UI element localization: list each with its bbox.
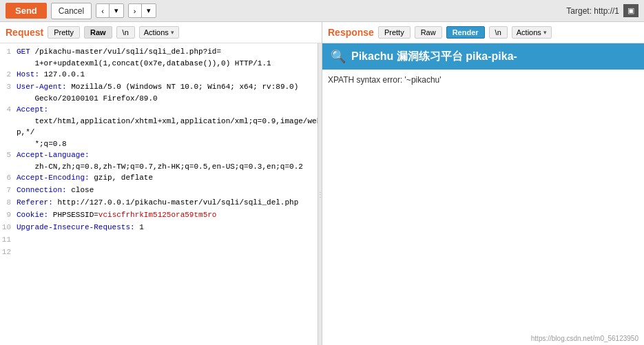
- nav-fwd-dropdown-button[interactable]: ▾: [142, 4, 156, 17]
- code-line-4: 4 Accept: text/html,application/xhtml+xm…: [0, 104, 322, 149]
- request-title: Request: [6, 27, 43, 38]
- tab-request-pretty[interactable]: Pretty: [48, 26, 80, 39]
- code-line-12: 12: [0, 247, 322, 259]
- nav-back-dropdown-button[interactable]: ▾: [110, 4, 123, 17]
- request-actions-dropdown[interactable]: Actions ▾: [139, 26, 179, 39]
- render-footer-link: https://blog.csdn.net/m0_56123950: [531, 335, 638, 342]
- panels: Request Pretty Raw \n Actions ▾ 1 GET /p…: [0, 22, 644, 345]
- render-body: XPATH syntax error: '~pikachu': [322, 70, 644, 90]
- search-icon: 🔍: [331, 49, 346, 64]
- code-line-2: 2 Host: 127.0.0.1: [0, 69, 322, 81]
- response-panel-body: 🔍 Pikachu 漏洞练习平台 pika-pika- XPATH syntax…: [322, 43, 644, 345]
- tab-response-raw[interactable]: Raw: [415, 26, 442, 39]
- response-actions-dropdown[interactable]: Actions ▾: [512, 26, 552, 39]
- code-line-3: 3 User-Agent: Mozilla/5.0 (Windows NT 10…: [0, 81, 322, 104]
- code-line-8: 8 Referer: http://127.0.0.1/pikachu-mast…: [0, 197, 322, 209]
- resizer-icon: ⋮: [317, 191, 322, 198]
- request-panel-header: Request Pretty Raw \n Actions ▾: [0, 22, 322, 43]
- response-panel: Response Pretty Raw Render \n Actions ▾ …: [322, 22, 644, 345]
- layout-button[interactable]: ▣: [623, 4, 638, 17]
- panel-resizer[interactable]: ⋮: [318, 43, 322, 345]
- nav-back-button[interactable]: ‹: [96, 4, 110, 17]
- request-code: 1 GET /pikachu-master/vul/sqli/sqli_del.…: [0, 43, 322, 262]
- code-line-11: 11: [0, 234, 322, 247]
- request-actions-label: Actions: [144, 28, 169, 36]
- send-button[interactable]: Send: [6, 3, 47, 19]
- response-panel-header: Response Pretty Raw Render \n Actions ▾: [322, 22, 644, 43]
- tab-request-newline[interactable]: \n: [116, 26, 135, 39]
- tab-response-newline[interactable]: \n: [489, 26, 508, 39]
- render-body-text: XPATH syntax error: '~pikachu': [328, 75, 442, 85]
- nav-fwd-group: › ▾: [128, 3, 156, 18]
- code-line-1: 1 GET /pikachu-master/vul/sqli/sqli_del.…: [0, 46, 322, 69]
- code-line-6: 6 Accept-Encoding: gzip, deflate: [0, 172, 322, 185]
- render-footer: https://blog.csdn.net/m0_56123950: [531, 335, 638, 342]
- code-line-5: 5 Accept-Language: zh-CN,zh;q=0.8,zh-TW;…: [0, 149, 322, 172]
- response-title: Response: [328, 27, 374, 38]
- response-actions-label: Actions: [517, 28, 541, 36]
- code-line-7: 7 Connection: close: [0, 185, 322, 197]
- code-line-9: 9 Cookie: PHPSESSID=vciscfrhrkIm5125ora5…: [0, 209, 322, 222]
- toolbar: Send Cancel ‹ ▾ › ▾ Target: http://1 ▣: [0, 0, 644, 22]
- cancel-button[interactable]: Cancel: [51, 3, 92, 19]
- target-label: Target: http://1: [566, 6, 619, 16]
- render-banner: 🔍 Pikachu 漏洞练习平台 pika-pika-: [322, 43, 644, 70]
- tab-response-pretty[interactable]: Pretty: [378, 26, 411, 39]
- request-panel-body: 1 GET /pikachu-master/vul/sqli/sqli_del.…: [0, 43, 322, 345]
- code-line-10: 10 Upgrade-Insecure-Requests: 1: [0, 222, 322, 234]
- request-actions-arrow-icon: ▾: [171, 29, 174, 36]
- render-banner-text: Pikachu 漏洞练习平台 pika-pika-: [351, 50, 517, 64]
- nav-fwd-button[interactable]: ›: [129, 4, 142, 17]
- tab-request-raw[interactable]: Raw: [84, 26, 112, 39]
- tab-response-render[interactable]: Render: [446, 26, 485, 39]
- response-actions-arrow-icon: ▾: [543, 29, 547, 36]
- request-panel: Request Pretty Raw \n Actions ▾ 1 GET /p…: [0, 22, 322, 345]
- nav-back-group: ‹ ▾: [96, 3, 124, 18]
